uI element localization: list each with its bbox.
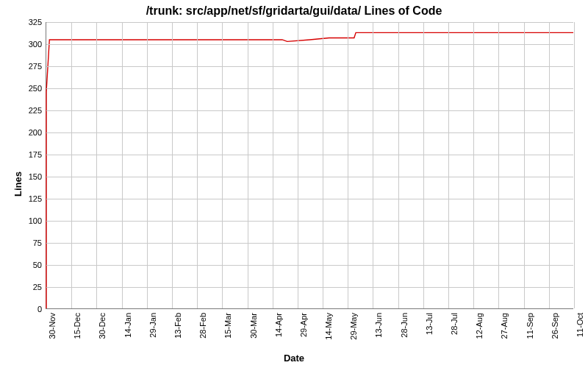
grid-line-v — [248, 22, 248, 308]
grid-line-h — [46, 243, 573, 244]
x-tick-label: 29-May — [349, 313, 358, 340]
grid-line-v — [473, 22, 474, 308]
grid-line-h — [46, 199, 573, 199]
plot-area: 025507510012515017520022525027530032530-… — [46, 22, 573, 309]
y-tick-label: 25 — [33, 283, 46, 291]
x-tick-label: 15-Dec — [73, 313, 82, 339]
y-tick-label: 125 — [29, 194, 46, 203]
grid-line-h — [46, 287, 573, 288]
x-tick-label: 13-Jun — [374, 313, 383, 338]
grid-line-v — [524, 22, 525, 308]
x-tick-label: 14-Apr — [274, 313, 283, 337]
x-tick-label: 30-Dec — [98, 313, 107, 339]
x-tick-label: 27-Aug — [500, 313, 509, 339]
loc-line — [46, 32, 573, 308]
chart-title: /trunk: src/app/net/sf/gridarta/gui/data… — [0, 4, 588, 18]
y-tick-label: 275 — [29, 62, 46, 71]
y-tick-label: 175 — [29, 150, 46, 159]
grid-line-v — [574, 22, 575, 308]
x-tick-label: 14-Jan — [123, 313, 132, 338]
grid-line-v — [448, 22, 449, 308]
grid-line-v — [96, 22, 97, 308]
x-tick-label: 12-Aug — [475, 313, 484, 339]
grid-line-h — [46, 177, 573, 177]
x-tick-label: 11-Oct — [576, 313, 584, 337]
grid-line-v — [423, 22, 424, 308]
x-tick-label: 30-Mar — [249, 313, 258, 339]
y-axis-label: Lines — [12, 171, 24, 197]
y-tick-label: 75 — [33, 238, 46, 247]
grid-line-v — [172, 22, 173, 308]
grid-line-h — [46, 66, 573, 67]
x-tick-label: 29-Apr — [299, 313, 308, 337]
x-tick-label: 29-Jan — [148, 313, 157, 338]
grid-line-v — [71, 22, 72, 308]
grid-line-v — [222, 22, 223, 308]
x-tick-label: 26-Sep — [551, 313, 559, 339]
grid-line-h — [46, 132, 573, 133]
y-tick-label: 0 — [37, 305, 46, 314]
x-tick-label: 15-Mar — [223, 313, 232, 339]
y-tick-label: 150 — [29, 172, 46, 181]
x-tick-label: 28-Jul — [450, 313, 459, 335]
grid-line-v — [373, 22, 373, 308]
x-tick-label: 28-Jun — [400, 313, 409, 338]
y-tick-label: 200 — [29, 128, 46, 137]
grid-line-v — [273, 22, 273, 308]
y-tick-label: 300 — [29, 40, 46, 49]
y-tick-label: 325 — [29, 18, 46, 26]
x-tick-label: 13-Jul — [425, 313, 434, 335]
grid-line-v — [122, 22, 123, 308]
grid-line-h — [46, 221, 573, 222]
grid-line-v — [549, 22, 550, 308]
y-tick-label: 225 — [29, 106, 46, 115]
grid-line-h — [46, 88, 573, 89]
grid-line-v — [298, 22, 298, 308]
chart-container: /trunk: src/app/net/sf/gridarta/gui/data… — [0, 0, 588, 368]
grid-line-v — [398, 22, 399, 308]
x-tick-label: 11-Sep — [526, 313, 534, 339]
x-tick-label: 30-Nov — [48, 313, 57, 339]
grid-line-v — [197, 22, 198, 308]
x-tick-label: 28-Feb — [198, 313, 207, 339]
grid-line-v — [498, 22, 499, 308]
y-tick-label: 100 — [29, 216, 46, 225]
grid-line-h — [46, 22, 573, 23]
x-tick-label: 13-Feb — [173, 313, 182, 339]
y-tick-label: 50 — [33, 261, 46, 269]
x-axis-label: Date — [0, 353, 588, 364]
grid-line-v — [323, 22, 323, 308]
grid-line-h — [46, 44, 573, 45]
x-tick-label: 14-May — [324, 313, 333, 340]
grid-line-h — [46, 155, 573, 155]
grid-line-h — [46, 110, 573, 111]
grid-line-v — [348, 22, 348, 308]
grid-line-v — [147, 22, 148, 308]
y-tick-label: 250 — [29, 84, 46, 93]
grid-line-h — [46, 265, 573, 266]
